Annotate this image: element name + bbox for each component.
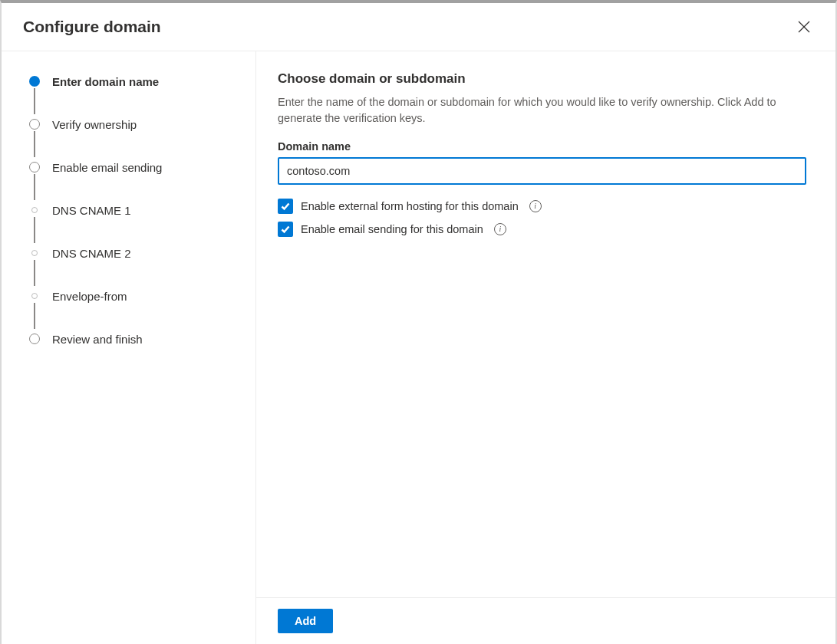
checkmark-icon xyxy=(280,224,291,235)
wizard-steps-sidebar: Enter domain name Verify ownership Enabl… xyxy=(2,51,256,644)
panel-title: Configure domain xyxy=(23,18,161,36)
step-connector xyxy=(34,217,35,243)
enable-email-sending-row: Enable email sending for this domain xyxy=(278,222,806,237)
step-label: DNS CNAME 1 xyxy=(52,204,131,217)
step-enter-domain-name[interactable]: Enter domain name xyxy=(29,73,240,90)
step-marker-sub-icon xyxy=(31,207,38,213)
enable-form-hosting-row: Enable external form hosting for this do… xyxy=(278,199,806,214)
configure-domain-panel: Configure domain Enter domain name Verif… xyxy=(0,0,837,644)
checkbox-label: Enable email sending for this domain xyxy=(301,223,483,235)
step-enable-email-sending[interactable]: Enable email sending xyxy=(29,159,240,176)
step-marker-current-icon xyxy=(29,76,40,87)
step-connector xyxy=(34,88,35,114)
step-marker-icon xyxy=(29,334,40,344)
add-button[interactable]: Add xyxy=(278,609,333,633)
panel-body: Enter domain name Verify ownership Enabl… xyxy=(2,51,835,644)
step-label: Review and finish xyxy=(52,333,143,346)
checkbox-label: Enable external form hosting for this do… xyxy=(301,200,519,212)
domain-name-label: Domain name xyxy=(278,140,806,153)
step-label: DNS CNAME 2 xyxy=(52,247,131,260)
steps-list: Enter domain name Verify ownership Enabl… xyxy=(29,73,240,347)
checkmark-icon xyxy=(280,201,291,212)
step-dns-cname-1[interactable]: DNS CNAME 1 xyxy=(29,202,240,219)
step-connector xyxy=(34,131,35,157)
step-connector xyxy=(34,260,35,286)
step-label: Verify ownership xyxy=(52,118,137,131)
step-envelope-from[interactable]: Envelope-from xyxy=(29,288,240,304)
step-marker-icon xyxy=(29,119,40,130)
enable-form-hosting-checkbox[interactable] xyxy=(278,199,293,214)
step-verify-ownership[interactable]: Verify ownership xyxy=(29,116,240,133)
domain-name-input[interactable] xyxy=(278,157,806,185)
enable-email-sending-checkbox[interactable] xyxy=(278,222,293,237)
step-connector xyxy=(34,303,35,329)
panel-footer: Add xyxy=(256,597,835,644)
section-title: Choose domain or subdomain xyxy=(278,71,806,87)
step-marker-sub-icon xyxy=(31,293,38,299)
close-icon xyxy=(797,20,811,34)
main-content: Choose domain or subdomain Enter the nam… xyxy=(256,51,835,597)
step-label: Enable email sending xyxy=(52,161,162,174)
info-icon[interactable] xyxy=(494,223,506,235)
main-area: Choose domain or subdomain Enter the nam… xyxy=(256,51,835,644)
info-icon[interactable] xyxy=(529,200,542,212)
step-marker-icon xyxy=(29,162,40,172)
section-description: Enter the name of the domain or subdomai… xyxy=(278,94,806,127)
step-marker-sub-icon xyxy=(31,250,38,256)
step-label: Enter domain name xyxy=(52,75,159,88)
step-dns-cname-2[interactable]: DNS CNAME 2 xyxy=(29,245,240,261)
step-label: Envelope-from xyxy=(52,290,127,303)
panel-header: Configure domain xyxy=(2,3,835,51)
step-review-and-finish[interactable]: Review and finish xyxy=(29,330,240,347)
step-connector xyxy=(34,174,35,200)
close-button[interactable] xyxy=(794,17,814,37)
